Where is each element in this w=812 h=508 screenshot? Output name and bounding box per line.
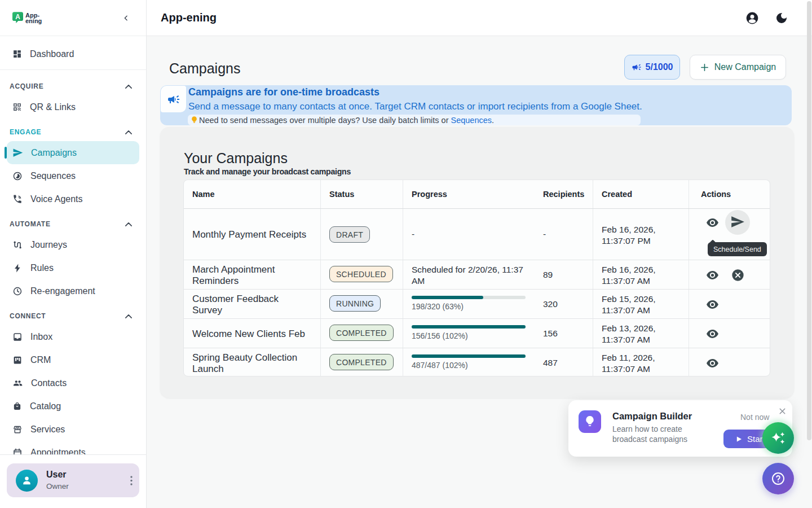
- svg-text:A: A: [15, 13, 20, 21]
